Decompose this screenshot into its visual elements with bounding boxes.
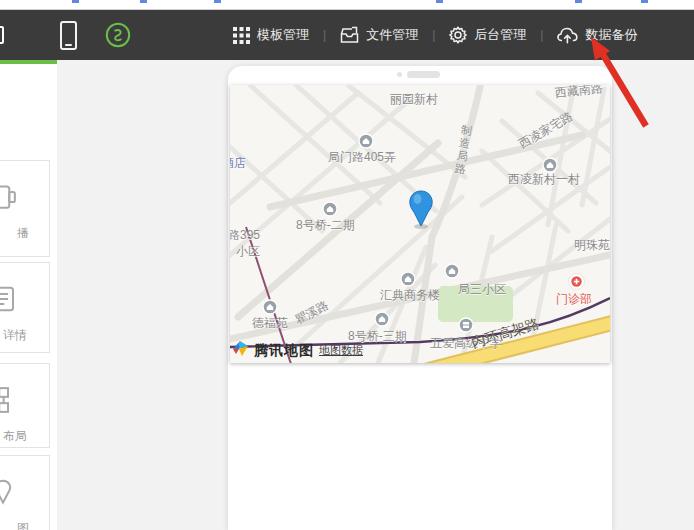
grid-icon xyxy=(233,27,250,44)
editor-workspace: 播 详情 布局 xyxy=(0,60,694,530)
tencent-maps-logo xyxy=(232,340,249,361)
toolbar-item-label: 后台管理 xyxy=(474,26,526,44)
toolbar-divider: | xyxy=(540,28,543,42)
sidebar-item-carousel[interactable]: 播 xyxy=(0,160,50,257)
gear-icon xyxy=(449,26,467,44)
toolbar-item-data-backup[interactable]: 数据备份 xyxy=(557,26,637,44)
browser-link-fragment xyxy=(140,0,147,3)
map-roads xyxy=(230,85,610,363)
map-attribution: 腾讯地图 地图数据 xyxy=(232,340,363,361)
carousel-icon xyxy=(0,182,18,216)
sidebar-item-map[interactable]: 图 xyxy=(0,455,50,530)
browser-link-fragment xyxy=(436,0,443,3)
toolbar-menu: 模板管理 | 文件管理 | 后台管理 | xyxy=(233,10,637,60)
share-link-icon[interactable] xyxy=(105,22,131,48)
sidebar-item-label: 详情 xyxy=(3,327,27,344)
widget-sidebar: 播 详情 布局 xyxy=(0,60,57,530)
sidebar-item-layout[interactable]: 布局 xyxy=(0,363,50,448)
map-data-link[interactable]: 地图数据 xyxy=(319,343,363,358)
detail-icon xyxy=(0,284,18,318)
toolbar-divider: | xyxy=(323,28,326,42)
toolbar-item-label: 文件管理 xyxy=(366,26,418,44)
desktop-preview-icon[interactable] xyxy=(0,26,4,44)
browser-link-fragment xyxy=(72,0,79,3)
drag-handle-dot xyxy=(397,72,402,77)
browser-link-fragment xyxy=(641,0,648,3)
toolbar-item-file-management[interactable]: 文件管理 xyxy=(340,26,418,44)
drag-handle[interactable] xyxy=(407,71,440,78)
sidebar-item-label: 布局 xyxy=(3,428,27,445)
file-manager-icon xyxy=(340,26,359,44)
browser-link-fragment xyxy=(575,0,582,3)
map-canvas[interactable]: 腾讯地图 地图数据 丽园新村西藏南路酒店局门路405弄制造局路西凌家宅路西凌新村… xyxy=(230,85,610,363)
layout-icon xyxy=(0,385,18,419)
toolbar-item-backend-management[interactable]: 后台管理 xyxy=(449,26,526,44)
toolbar-item-template-management[interactable]: 模板管理 xyxy=(233,26,309,44)
map-pin-icon xyxy=(0,477,18,511)
sidebar-item-label: 播 xyxy=(17,225,29,242)
sidebar-item-label: 图 xyxy=(17,520,29,530)
cloud-upload-icon xyxy=(557,27,578,44)
mobile-preview-icon[interactable] xyxy=(60,21,77,50)
toolbar-divider: | xyxy=(432,28,435,42)
sidebar-active-tab-indicator xyxy=(0,60,57,64)
sidebar-item-detail[interactable]: 详情 xyxy=(0,262,50,353)
editor-toolbar: 模板管理 | 文件管理 | 后台管理 | xyxy=(0,10,694,60)
toolbar-item-label: 模板管理 xyxy=(257,26,309,44)
browser-edge-strip xyxy=(0,0,694,10)
map-park-area xyxy=(438,286,513,322)
browser-link-fragment xyxy=(214,0,221,3)
map-brand-label: 腾讯地图 xyxy=(254,342,314,360)
toolbar-item-label: 数据备份 xyxy=(585,26,637,44)
mobile-preview-frame: 腾讯地图 地图数据 丽园新村西藏南路酒店局门路405弄制造局路西凌家宅路西凌新村… xyxy=(228,66,612,530)
